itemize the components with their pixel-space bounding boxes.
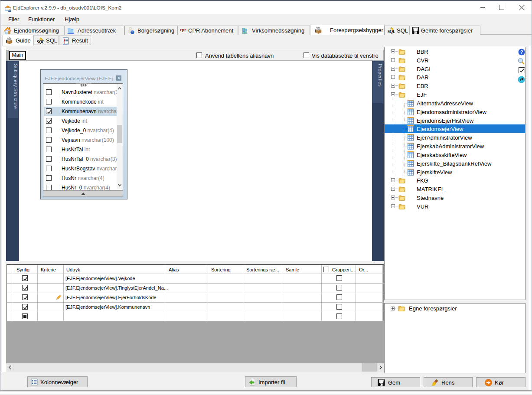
svg-text:?: ? (520, 49, 523, 55)
svg-text:SQL: SQL (37, 39, 44, 44)
svg-text:SQL: SQL (388, 29, 395, 34)
svg-text:cpr: cpr (180, 27, 186, 32)
